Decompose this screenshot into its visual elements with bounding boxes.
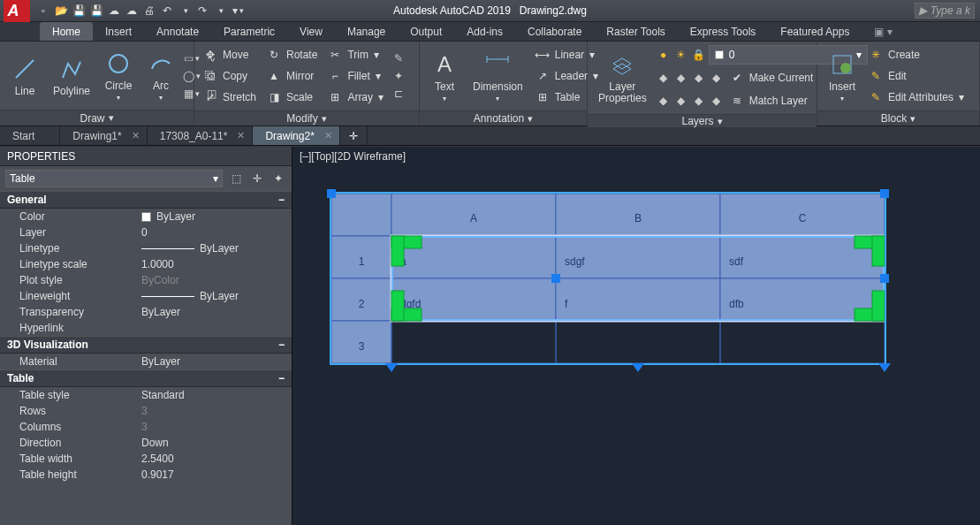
plot-icon[interactable]: 🖨 [141,3,157,19]
rotate-button[interactable]: ↻Rotate [263,45,321,65]
close-icon[interactable]: ✕ [132,130,140,141]
ribbon-tab-insert[interactable]: Insert [93,22,144,41]
prop-group-header[interactable]: 3D Visualization− [0,336,292,354]
ribbon-tab-express-tools[interactable]: Express Tools [678,22,768,41]
li6[interactable]: ◆ [673,93,689,109]
prop-row[interactable]: DirectionDown [0,435,292,451]
ribbon-tab-view[interactable]: View [287,22,335,41]
prop-row[interactable]: Linetype scale1.0000 [0,256,292,272]
prop-row[interactable]: Plot styleByColor [0,272,292,288]
match-layer-button[interactable]: ≋Match Layer [726,91,811,110]
doc-tab[interactable]: Start [0,126,60,145]
qat-more-icon[interactable]: ▾ [230,3,246,19]
erase-icon[interactable]: ✎ [391,50,406,66]
offset-icon[interactable]: ⊏ [391,86,406,102]
dimension-button[interactable]: Dimension▾ [467,49,528,104]
ribbon-tab-parametric[interactable]: Parametric [211,22,287,41]
layer-off-icon[interactable]: ● [656,47,672,63]
ribbon-tab-collaborate[interactable]: Collaborate [515,22,594,41]
scale-button[interactable]: ◨Scale [263,88,321,107]
ribbon-expand-icon[interactable]: ▣ ▾ [862,22,904,41]
doc-tab[interactable]: Drawing2*✕ [253,126,339,145]
layer-freeze-icon[interactable]: ☀ [673,47,689,63]
quick-select-icon[interactable]: ✦ [270,171,286,186]
drawing-canvas[interactable]: [–][Top][2D Wireframe] ABC123asdgfsdfdgf… [292,147,980,525]
search-box[interactable]: ▶Type a k [915,3,975,19]
saveas-icon[interactable]: 💾 [88,3,104,19]
create-button[interactable]: ✳Create [865,45,968,65]
undo-dropdown[interactable] [177,3,193,19]
undo-icon[interactable]: ↶ [159,3,175,19]
prop-group-header[interactable]: General− [0,191,292,209]
modify-panel-title[interactable]: Modify ▾ [194,110,419,126]
ribbon-tab-manage[interactable]: Manage [335,22,398,41]
li4[interactable]: ◆ [709,70,725,86]
trim-button[interactable]: ✂Trim ▾ [324,45,387,65]
close-icon[interactable]: ✕ [237,130,245,141]
arc-button[interactable]: Arc▾ [141,48,180,103]
layers-panel-title[interactable]: Layers ▾ [588,114,817,127]
ribbon-tab-home[interactable]: Home [40,22,93,41]
open-icon[interactable]: 📂 [53,3,69,19]
cloud-open-icon[interactable]: ☁ [106,3,122,19]
layer-properties-button[interactable]: Layer Properties [593,49,652,106]
object-type-select[interactable]: Table▾ [5,170,223,187]
doc-tab[interactable]: 17308_A0-11*✕ [148,126,254,145]
annotation-panel-title[interactable]: Annotation ▾ [420,110,587,126]
edit-attributes-button[interactable]: ✎Edit Attributes ▾ [865,88,968,107]
prop-row[interactable]: MaterialByLayer [0,354,292,369]
add-tab-button[interactable]: ✛ [340,126,368,145]
prop-row[interactable]: Table styleStandard [0,387,292,403]
circle-button[interactable]: Circle▾ [99,48,138,103]
make-current-button[interactable]: ✔Make Current [726,68,817,88]
prop-row[interactable]: LineweightByLayer [0,288,292,304]
li5[interactable]: ◆ [656,93,672,109]
stretch-button[interactable]: ⤢Stretch [200,88,260,107]
ribbon-tab-raster-tools[interactable]: Raster Tools [594,22,677,41]
layer-lock-icon[interactable]: 🔒 [691,47,707,63]
ribbon-tab-add-ins[interactable]: Add-ins [454,22,515,41]
prop-row[interactable]: Table width2.5400 [0,451,292,467]
copy-button[interactable]: ⿻Copy [200,66,260,86]
insert-button[interactable]: Insert▾ [823,49,862,104]
li1[interactable]: ◆ [656,70,672,86]
close-icon[interactable]: ✕ [324,130,332,141]
cloud-save-icon[interactable]: ☁ [124,3,140,19]
ribbon-tab-output[interactable]: Output [398,22,454,41]
ribbon-tab-annotate[interactable]: Annotate [144,22,211,41]
prop-row[interactable]: Layer0 [0,224,292,240]
line-button[interactable]: Line [5,53,44,99]
doc-tab[interactable]: Drawing1*✕ [60,126,147,145]
prop-row[interactable]: TransparencyByLayer [0,304,292,320]
li2[interactable]: ◆ [673,70,689,86]
li3[interactable]: ◆ [691,70,707,86]
mirror-button[interactable]: ▲Mirror [263,66,321,86]
prop-row[interactable]: Rows3 [0,403,292,419]
prop-row[interactable]: Hyperlink [0,320,292,336]
block-panel-title[interactable]: Block ▾ [817,110,979,126]
li7[interactable]: ◆ [691,93,707,109]
array-button[interactable]: ⊞Array ▾ [324,88,387,107]
select-objects-icon[interactable]: ✛ [249,171,265,186]
toggle-pickadd-icon[interactable]: ⬚ [228,171,244,186]
cad-table[interactable]: ABC123asdgfsdfdgfdfdfb [331,194,950,461]
polyline-button[interactable]: Polyline [48,53,95,99]
fillet-button[interactable]: ⌐Fillet ▾ [324,66,387,86]
prop-row[interactable]: Columns3 [0,419,292,435]
draw-panel-title[interactable]: Draw ▾ [0,110,194,126]
li8[interactable]: ◆ [709,93,725,109]
new-icon[interactable]: ▫ [35,3,51,19]
move-button[interactable]: ✥Move [200,45,260,65]
viewport-label[interactable]: [–][Top][2D Wireframe] [300,150,406,163]
redo-icon[interactable]: ↷ [194,3,210,19]
prop-row[interactable]: ColorByLayer [0,209,292,224]
text-button[interactable]: AText▾ [425,49,464,104]
save-icon[interactable]: 💾 [71,3,87,19]
app-logo[interactable]: A [4,0,30,22]
ribbon-tab-featured-apps[interactable]: Featured Apps [768,22,862,41]
edit-button[interactable]: ✎Edit [865,66,968,86]
prop-row[interactable]: Table height0.9017 [0,467,292,483]
prop-group-header[interactable]: Table− [0,369,292,387]
prop-row[interactable]: LinetypeByLayer [0,240,292,256]
explode-icon[interactable]: ✦ [391,68,406,84]
